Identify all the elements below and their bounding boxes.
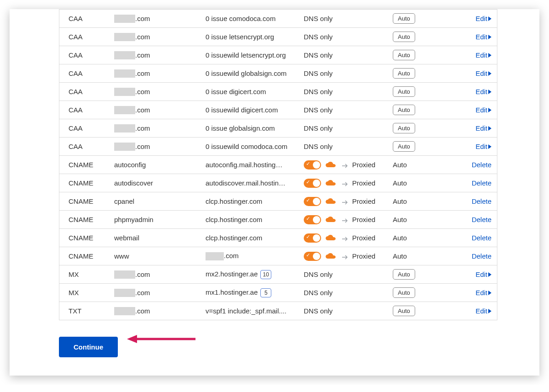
edit-button[interactable]: Edit — [475, 289, 491, 297]
caret-right-icon — [488, 71, 491, 76]
table-row: CAA.com0 issuewild globalsign.comDNS onl… — [59, 64, 497, 82]
ttl-dropdown[interactable]: Auto — [393, 13, 415, 24]
proxy-status: Proxied — [304, 252, 393, 261]
edit-button[interactable]: Edit — [475, 124, 491, 132]
proxy-toggle[interactable] — [304, 197, 321, 206]
ttl-cell: Auto — [393, 86, 441, 97]
caret-right-icon — [488, 272, 491, 277]
proxy-toggle[interactable] — [304, 252, 321, 261]
ttl-cell: Auto — [393, 306, 441, 316]
proxy-label: Proxied — [352, 179, 375, 187]
record-name: .com — [114, 106, 206, 114]
table-row: CAA.com0 issue letsencrypt.orgDNS onlyAu… — [59, 27, 497, 46]
record-name: .com — [114, 88, 206, 96]
edit-button[interactable]: Edit — [475, 15, 491, 22]
ttl-text: Auto — [393, 234, 407, 242]
record-type: CNAME — [69, 197, 114, 205]
proxy-status: Proxied — [304, 160, 393, 170]
cloud-icon — [325, 216, 338, 223]
proxy-label: DNS only — [304, 33, 333, 41]
proxy-toggle[interactable] — [304, 233, 321, 243]
record-name: autoconfig — [114, 161, 206, 169]
redacted-text — [114, 69, 135, 78]
ttl-dropdown[interactable]: Auto — [393, 287, 415, 298]
record-name: .com — [114, 69, 206, 78]
ttl-dropdown[interactable]: Auto — [393, 32, 415, 42]
proxy-label: DNS only — [304, 69, 333, 77]
ttl-cell: Auto — [393, 68, 441, 79]
dns-records-table: CAA.com0 issue comodoca.comDNS onlyAutoE… — [59, 9, 497, 320]
record-value: autodiscover.mail.hostin… — [206, 179, 304, 187]
record-type: CAA — [69, 51, 114, 59]
record-name: .com — [114, 33, 206, 41]
table-row: CAA.com0 issue globalsign.comDNS onlyAut… — [59, 119, 497, 137]
ttl-text: Auto — [393, 161, 407, 169]
proxy-toggle[interactable] — [304, 215, 321, 224]
ttl-cell: Auto — [393, 252, 441, 260]
delete-button[interactable]: Delete — [472, 216, 491, 223]
table-row: MX.commx2.hostinger.ae10DNS onlyAutoEdit — [59, 265, 497, 283]
record-value: 0 issuewild comodoca.com — [206, 143, 304, 150]
record-value: mx1.hostinger.ae5 — [206, 288, 304, 297]
ttl-dropdown[interactable]: Auto — [393, 269, 415, 280]
proxy-label: DNS only — [304, 15, 333, 22]
record-value: autoconfig.mail.hosting… — [206, 161, 304, 169]
record-name: .com — [114, 270, 206, 279]
record-type: CAA — [69, 88, 114, 95]
record-type: MX — [69, 289, 114, 297]
redacted-text — [114, 307, 135, 315]
delete-button[interactable]: Delete — [472, 197, 491, 205]
record-value: clcp.hostinger.com — [206, 234, 304, 242]
ttl-dropdown[interactable]: Auto — [393, 306, 415, 316]
redacted-text — [114, 51, 135, 59]
edit-button[interactable]: Edit — [475, 88, 491, 95]
ttl-cell: Auto — [393, 32, 441, 42]
cloud-icon — [325, 234, 338, 242]
proxy-status: Proxied — [304, 215, 393, 224]
record-type: CAA — [69, 106, 114, 114]
proxy-status: Proxied — [304, 233, 393, 243]
edit-button[interactable]: Edit — [475, 143, 491, 150]
record-type: CNAME — [69, 216, 114, 223]
proxy-toggle[interactable] — [304, 179, 321, 188]
ttl-cell: Auto — [393, 287, 441, 298]
edit-button[interactable]: Edit — [475, 106, 491, 114]
ttl-dropdown[interactable]: Auto — [393, 68, 415, 79]
redacted-text — [114, 106, 135, 114]
record-type: TXT — [69, 307, 114, 315]
redacted-text — [114, 124, 135, 132]
ttl-dropdown[interactable]: Auto — [393, 105, 415, 115]
redacted-text — [114, 289, 135, 297]
ttl-dropdown[interactable]: Auto — [393, 123, 415, 133]
edit-button[interactable]: Edit — [475, 307, 491, 315]
caret-right-icon — [488, 309, 491, 313]
edit-button[interactable]: Edit — [475, 33, 491, 41]
ttl-cell: Auto — [393, 179, 441, 187]
record-value: 0 issue letsencrypt.org — [206, 33, 304, 41]
ttl-cell: Auto — [393, 234, 441, 242]
proxy-label: DNS only — [304, 106, 333, 114]
continue-button[interactable]: Continue — [59, 337, 118, 357]
delete-button[interactable]: Delete — [472, 234, 491, 242]
caret-right-icon — [488, 126, 491, 131]
ttl-cell: Auto — [393, 269, 441, 280]
delete-button[interactable]: Delete — [472, 161, 491, 169]
ttl-dropdown[interactable]: Auto — [393, 86, 415, 97]
cloud-icon — [325, 253, 338, 260]
table-row: CAA.com0 issue comodoca.comDNS onlyAutoE… — [59, 9, 497, 27]
cloud-icon — [325, 161, 338, 169]
edit-button[interactable]: Edit — [475, 51, 491, 59]
edit-button[interactable]: Edit — [475, 69, 491, 77]
ttl-dropdown[interactable]: Auto — [393, 141, 415, 152]
edit-button[interactable]: Edit — [475, 270, 491, 278]
record-value: .com — [206, 252, 304, 260]
record-type: CAA — [69, 143, 114, 150]
delete-button[interactable]: Delete — [472, 252, 491, 260]
ttl-dropdown[interactable]: Auto — [393, 50, 415, 60]
proxy-label: DNS only — [304, 289, 333, 297]
record-value: 0 issuewild digicert.com — [206, 106, 304, 114]
arrow-icon — [342, 198, 348, 205]
arrow-icon — [342, 235, 348, 241]
proxy-toggle[interactable] — [304, 160, 321, 170]
delete-button[interactable]: Delete — [472, 179, 491, 187]
